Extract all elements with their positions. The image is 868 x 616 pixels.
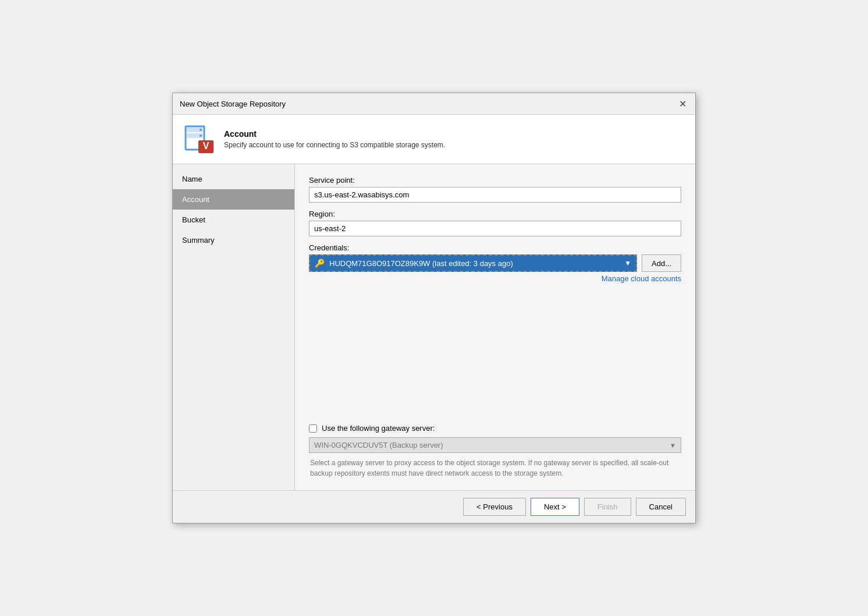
service-point-input[interactable] bbox=[309, 187, 681, 203]
main-content: Service point: Region: Credentials: 🔑 HU… bbox=[295, 164, 695, 490]
gateway-description: Select a gateway server to proxy access … bbox=[309, 458, 681, 479]
veeam-icon: V bbox=[184, 124, 215, 154]
service-point-label: Service point: bbox=[309, 176, 681, 185]
service-point-group: Service point: bbox=[309, 176, 681, 203]
chevron-down-icon: ▼ bbox=[624, 259, 631, 267]
svg-point-4 bbox=[200, 134, 202, 137]
header-description: Specify account to use for connecting to… bbox=[224, 141, 445, 149]
dialog: New Object Storage Repository ✕ V Accoun… bbox=[172, 93, 696, 523]
dialog-title: New Object Storage Repository bbox=[180, 100, 286, 108]
credentials-value: HUDQM71G8O917OZ89K9W (last edited: 3 day… bbox=[329, 259, 513, 268]
region-group: Region: bbox=[309, 210, 681, 236]
svg-text:V: V bbox=[203, 141, 209, 151]
sidebar-item-account[interactable]: Account bbox=[173, 189, 294, 210]
credentials-row: 🔑 HUDQM71G8O917OZ89K9W (last edited: 3 d… bbox=[309, 254, 681, 272]
content-area: Name Account Bucket Summary Service poin… bbox=[173, 164, 695, 490]
gateway-section: Use the following gateway server: WIN-0G… bbox=[309, 424, 681, 479]
sidebar: Name Account Bucket Summary bbox=[173, 164, 295, 490]
sidebar-item-summary[interactable]: Summary bbox=[173, 230, 294, 250]
next-button[interactable]: Next > bbox=[531, 498, 579, 516]
header-title: Account bbox=[224, 129, 445, 139]
sidebar-item-name[interactable]: Name bbox=[173, 169, 294, 189]
credentials-label: Credentials: bbox=[309, 243, 681, 252]
header-section: V Account Specify account to use for con… bbox=[173, 115, 695, 164]
manage-cloud-accounts-link[interactable]: Manage cloud accounts bbox=[309, 274, 681, 283]
svg-point-3 bbox=[200, 129, 202, 131]
chevron-down-icon: ▼ bbox=[670, 442, 676, 449]
gateway-server-value: WIN-0GQKVCDUV5T (Backup server) bbox=[314, 441, 443, 449]
footer: < Previous Next > Finish Cancel bbox=[173, 490, 695, 523]
credentials-group: Credentials: 🔑 HUDQM71G8O917OZ89K9W (las… bbox=[309, 243, 681, 283]
header-text: Account Specify account to use for conne… bbox=[224, 129, 445, 149]
gateway-checkbox-label: Use the following gateway server: bbox=[322, 424, 435, 433]
gateway-server-dropdown[interactable]: WIN-0GQKVCDUV5T (Backup server) ▼ bbox=[309, 437, 681, 453]
previous-button[interactable]: < Previous bbox=[463, 498, 526, 516]
cancel-button[interactable]: Cancel bbox=[636, 498, 686, 516]
finish-button[interactable]: Finish bbox=[584, 498, 631, 516]
credentials-dropdown[interactable]: 🔑 HUDQM71G8O917OZ89K9W (last edited: 3 d… bbox=[309, 254, 637, 272]
sidebar-item-bucket[interactable]: Bucket bbox=[173, 210, 294, 230]
region-label: Region: bbox=[309, 210, 681, 218]
region-input[interactable] bbox=[309, 221, 681, 236]
gateway-checkbox-row: Use the following gateway server: bbox=[309, 424, 681, 433]
close-button[interactable]: ✕ bbox=[677, 98, 688, 109]
title-bar: New Object Storage Repository ✕ bbox=[173, 93, 695, 115]
key-icon: 🔑 bbox=[315, 259, 325, 268]
gateway-checkbox[interactable] bbox=[309, 424, 317, 433]
add-button[interactable]: Add... bbox=[642, 254, 681, 272]
